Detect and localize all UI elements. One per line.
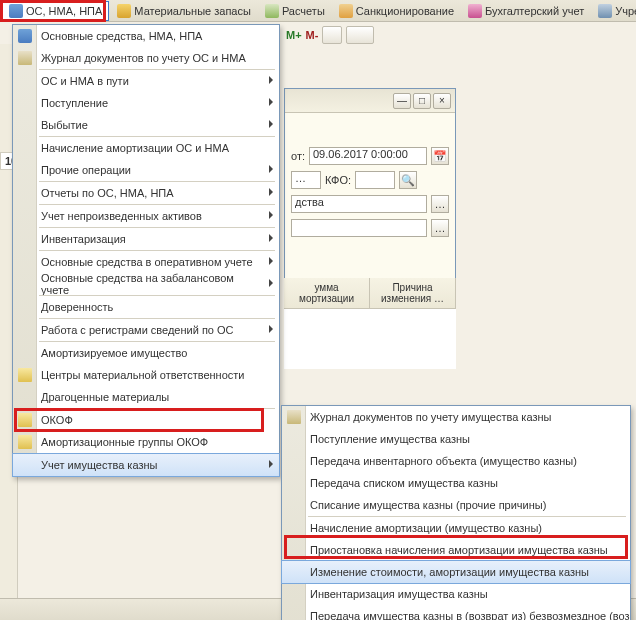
menu-calculations[interactable]: Расчеты bbox=[259, 2, 331, 20]
minimize-button[interactable]: — bbox=[393, 93, 411, 109]
kfo-input[interactable] bbox=[355, 171, 395, 189]
smi-journal[interactable]: Журнал документов по учету имущества каз… bbox=[282, 406, 630, 428]
menu-item-label: Изменение стоимости, амортизации имущест… bbox=[310, 566, 589, 578]
menu-item-label: Основные средства на забалансовом учете bbox=[41, 272, 261, 296]
menu-item-label: Центры материальной ответственности bbox=[41, 369, 244, 381]
field-input[interactable]: … bbox=[291, 171, 321, 189]
mi-journal-os-nma[interactable]: Журнал документов по учету ОС и НМА bbox=[13, 47, 279, 69]
mi-power-of-attorney[interactable]: Доверенность bbox=[13, 296, 279, 318]
m-minus-button[interactable]: M- bbox=[306, 29, 319, 41]
smi-change-value[interactable]: Изменение стоимости, амортизации имущест… bbox=[282, 561, 630, 583]
menu-item-label: Поступление bbox=[41, 97, 108, 109]
menu-item-label: Начисление амортизации (имущество казны) bbox=[310, 522, 542, 534]
menu-item-label: Списание имущества казны (прочие причины… bbox=[310, 499, 546, 511]
menu-materials[interactable]: Материальные запасы bbox=[111, 2, 257, 20]
date-input[interactable]: 09.06.2017 0:00:00 bbox=[309, 147, 427, 165]
mi-precious-materials[interactable]: Драгоценные материалы bbox=[13, 386, 279, 408]
menu-item-label: Основные средства в оперативном учете bbox=[41, 256, 253, 268]
menu-item-label: Учет имущества казны bbox=[41, 459, 157, 471]
menu-label: Учреждение bbox=[615, 5, 636, 17]
menu-item-label: Доверенность bbox=[41, 301, 113, 313]
menu-label: ОС, НМА, НПА bbox=[26, 5, 102, 17]
journal-icon bbox=[18, 51, 32, 65]
mi-reports[interactable]: Отчеты по ОС, НМА, НПА bbox=[13, 182, 279, 204]
from-label: от: bbox=[291, 150, 305, 162]
close-button[interactable]: × bbox=[433, 93, 451, 109]
maximize-button[interactable]: □ bbox=[413, 93, 431, 109]
mi-disposal[interactable]: Выбытие bbox=[13, 114, 279, 136]
smi-suspend-amort[interactable]: Приостановка начисления амортизации имущ… bbox=[282, 539, 630, 561]
dialog-grid: умма мортизации Причина изменения … bbox=[284, 278, 456, 369]
smi-transfer-free[interactable]: Передача имущества казны в (возврат из) … bbox=[282, 605, 630, 620]
chevron-right-icon bbox=[269, 257, 273, 265]
calendar-button[interactable]: 📅 bbox=[431, 147, 449, 165]
smi-amort[interactable]: Начисление амортизации (имущество казны) bbox=[282, 517, 630, 539]
smi-transfer-list[interactable]: Передача списком имущества казны bbox=[282, 472, 630, 494]
folder-icon bbox=[18, 435, 32, 449]
grid-col-amort: умма мортизации bbox=[284, 278, 370, 308]
menu-item-label: Выбытие bbox=[41, 119, 88, 131]
menu-item-label: Инвентаризация bbox=[41, 233, 126, 245]
menu-item-label: Драгоценные материалы bbox=[41, 391, 169, 403]
smi-receipt[interactable]: Поступление имущества казны bbox=[282, 428, 630, 450]
menu-item-label: Амортизационные группы ОКОФ bbox=[41, 436, 208, 448]
top-menu-bar: ОС, НМА, НПА Материальные запасы Расчеты… bbox=[0, 0, 636, 22]
toolbar-dropdown[interactable] bbox=[346, 26, 374, 44]
mi-responsibility-centers[interactable]: Центры материальной ответственности bbox=[13, 364, 279, 386]
menu-os-nma-npa[interactable]: ОС, НМА, НПА bbox=[2, 1, 109, 21]
mi-okof[interactable]: ОКОФ bbox=[13, 409, 279, 431]
accounting-icon bbox=[468, 4, 482, 18]
menu-sanctioning[interactable]: Санкционирование bbox=[333, 2, 460, 20]
ellipsis-button[interactable]: … bbox=[431, 219, 449, 237]
mi-registers[interactable]: Работа с регистрами сведений по ОС bbox=[13, 319, 279, 341]
field4-input[interactable] bbox=[291, 219, 427, 237]
menu-label: Расчеты bbox=[282, 5, 325, 17]
calc-icon bbox=[265, 4, 279, 18]
mi-inventory[interactable]: Инвентаризация bbox=[13, 228, 279, 250]
mi-other-ops[interactable]: Прочие операции bbox=[13, 159, 279, 181]
menu-item-label: Журнал документов по учету имущества каз… bbox=[310, 411, 551, 423]
ellipsis-button[interactable]: … bbox=[431, 195, 449, 213]
dialog-titlebar: — □ × bbox=[285, 89, 455, 113]
chevron-right-icon bbox=[269, 279, 273, 287]
mi-os-nma-npa[interactable]: Основные средства, НМА, НПА bbox=[13, 25, 279, 47]
smi-transfer-inv[interactable]: Передача инвентарного объекта (имущество… bbox=[282, 450, 630, 472]
smi-inventory[interactable]: Инвентаризация имущества казны bbox=[282, 583, 630, 605]
menu-institution[interactable]: Учреждение bbox=[592, 2, 636, 20]
os-nma-menu: Основные средства, НМА, НПА Журнал докум… bbox=[12, 24, 280, 477]
m-plus-button[interactable]: M+ bbox=[286, 29, 302, 41]
toolbar-button[interactable] bbox=[322, 26, 342, 44]
treasury-submenu: Журнал документов по учету имущества каз… bbox=[281, 405, 631, 620]
journal-icon bbox=[287, 410, 301, 424]
mi-amortizable[interactable]: Амортизируемое имущество bbox=[13, 342, 279, 364]
grid-body[interactable] bbox=[284, 309, 456, 369]
mi-offbalance[interactable]: Основные средства на забалансовом учете bbox=[13, 273, 279, 295]
building-icon bbox=[598, 4, 612, 18]
mi-receipt[interactable]: Поступление bbox=[13, 92, 279, 114]
sanction-icon bbox=[339, 4, 353, 18]
mi-treasury-property[interactable]: Учет имущества казны bbox=[13, 454, 279, 476]
menu-item-label: Передача имущества казны в (возврат из) … bbox=[310, 610, 630, 620]
mi-in-transit[interactable]: ОС и НМА в пути bbox=[13, 70, 279, 92]
chevron-right-icon bbox=[269, 188, 273, 196]
menu-item-label: Амортизируемое имущество bbox=[41, 347, 187, 359]
mi-nonproduced[interactable]: Учет непроизведенных активов bbox=[13, 205, 279, 227]
mi-amort-os-nma[interactable]: Начисление амортизации ОС и НМА bbox=[13, 137, 279, 159]
menu-item-label: Передача инвентарного объекта (имущество… bbox=[310, 455, 577, 467]
menu-accounting[interactable]: Бухгалтерский учет bbox=[462, 2, 590, 20]
menu-label: Санкционирование bbox=[356, 5, 454, 17]
calendar-icon: 📅 bbox=[433, 150, 447, 162]
chevron-right-icon bbox=[269, 165, 273, 173]
smi-writeoff[interactable]: Списание имущества казны (прочие причины… bbox=[282, 494, 630, 516]
folder-icon bbox=[18, 368, 32, 382]
menu-item-label: Передача списком имущества казны bbox=[310, 477, 498, 489]
means-input[interactable]: дства bbox=[291, 195, 427, 213]
mi-okof-groups[interactable]: Амортизационные группы ОКОФ bbox=[13, 431, 279, 453]
menu-item-label: Прочие операции bbox=[41, 164, 131, 176]
menu-item-label: Поступление имущества казны bbox=[310, 433, 470, 445]
chevron-right-icon bbox=[269, 211, 273, 219]
menu-label: Материальные запасы bbox=[134, 5, 251, 17]
mi-operative[interactable]: Основные средства в оперативном учете bbox=[13, 251, 279, 273]
menu-item-label: ОС и НМА в пути bbox=[41, 75, 129, 87]
lookup-button[interactable]: 🔍 bbox=[399, 171, 417, 189]
